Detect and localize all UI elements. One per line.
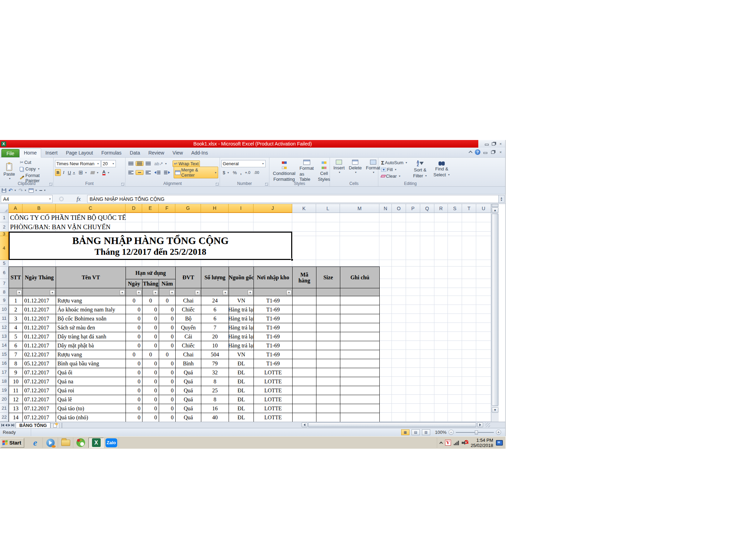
- insert-cells-button[interactable]: Insert▼: [331, 159, 347, 174]
- column-header-C[interactable]: C: [56, 204, 126, 213]
- header-ten-vt[interactable]: Tên VT: [56, 267, 126, 288]
- cell-thang[interactable]: 0: [142, 332, 159, 341]
- cell-ghi-chu[interactable]: [340, 314, 380, 323]
- undo-button[interactable]: ↶▼: [8, 187, 17, 194]
- copy-button[interactable]: Copy▼: [18, 166, 52, 172]
- cell-size[interactable]: [316, 386, 340, 395]
- cell-ma-hang[interactable]: [293, 359, 316, 368]
- cell-noi-nhap-kho[interactable]: LOTTE: [254, 395, 293, 404]
- header-thang[interactable]: Tháng: [142, 279, 159, 288]
- cell-so-luong[interactable]: 20: [201, 332, 229, 341]
- cell-size[interactable]: [316, 404, 340, 413]
- filter-dropdown-icon[interactable]: ▼: [169, 290, 175, 295]
- cell-dvt[interactable]: Quả: [176, 386, 201, 395]
- zoom-out-button[interactable]: −: [449, 430, 454, 435]
- font-color-button[interactable]: A▼: [101, 169, 111, 176]
- cell-dvt[interactable]: Chiếc: [176, 341, 201, 350]
- cell-dvt[interactable]: Quả: [176, 413, 201, 422]
- column-header-L[interactable]: L: [316, 204, 340, 213]
- row-header-18[interactable]: 18: [0, 377, 9, 386]
- autofilter-cell[interactable]: ▼: [159, 288, 176, 296]
- cell-thang[interactable]: 0: [142, 395, 159, 404]
- taskbar-explorer-button[interactable]: [58, 438, 73, 448]
- ribbon-tab-add-ins[interactable]: Add-Ins: [187, 149, 212, 157]
- font-name-combo[interactable]: Times New Roman▼: [55, 160, 101, 167]
- cell-so-luong[interactable]: 7: [201, 323, 229, 332]
- alignment-dialog-launcher[interactable]: [215, 183, 219, 186]
- autofilter-cell[interactable]: ▼: [23, 288, 56, 296]
- autofilter-cell[interactable]: ▼: [9, 288, 23, 296]
- cell-ma-hang[interactable]: [293, 377, 316, 386]
- cell-stt[interactable]: 6: [9, 341, 23, 350]
- qat-customize-button[interactable]: ▼: [39, 189, 46, 192]
- column-header-J[interactable]: J: [253, 204, 292, 213]
- ribbon-tab-data[interactable]: Data: [126, 149, 144, 157]
- cell-dvt[interactable]: Bình: [176, 359, 201, 368]
- zoom-slider[interactable]: [456, 432, 494, 433]
- header-ma-hang[interactable]: Mãhàng: [293, 267, 316, 288]
- cell-nam[interactable]: 0: [159, 386, 176, 395]
- cell-ghi-chu[interactable]: [340, 305, 380, 314]
- cell-so-luong[interactable]: 8: [201, 377, 229, 386]
- cell-name[interactable]: Quả táo (to): [56, 404, 126, 413]
- cell-size[interactable]: [316, 350, 340, 359]
- redo-button[interactable]: ↷▼: [19, 187, 27, 194]
- cell-dvt[interactable]: Quả: [176, 395, 201, 404]
- cell-dvt[interactable]: Quả: [176, 377, 201, 386]
- cell-thang[interactable]: 0: [142, 305, 159, 314]
- window-resize-grip[interactable]: [485, 422, 490, 427]
- clear-button[interactable]: Clear▼: [380, 173, 409, 179]
- cell-thang[interactable]: 0: [142, 341, 159, 350]
- autofilter-cell[interactable]: ▼: [176, 288, 201, 296]
- page-break-view-button[interactable]: ▥: [422, 429, 430, 435]
- cell-name[interactable]: Quả na: [56, 377, 126, 386]
- autofilter-cell[interactable]: [340, 288, 380, 296]
- formula-bar-expand-icon[interactable]: ▲▼: [498, 195, 505, 203]
- cell-ngay[interactable]: 0: [126, 350, 142, 359]
- cell-ngay[interactable]: 0: [126, 305, 142, 314]
- cell-size[interactable]: [316, 368, 340, 377]
- cell-stt[interactable]: 4: [9, 323, 23, 332]
- volume-muted-icon[interactable]: [462, 440, 468, 446]
- cell-nam[interactable]: 0: [159, 350, 176, 359]
- header-nam[interactable]: Năm: [159, 279, 176, 288]
- cell-nam[interactable]: 0: [159, 332, 176, 341]
- column-header-B[interactable]: B: [22, 204, 56, 213]
- cell-size[interactable]: [316, 314, 340, 323]
- cell-so-luong[interactable]: 10: [201, 341, 229, 350]
- clipboard-dialog-launcher[interactable]: [49, 183, 52, 186]
- name-box[interactable]: A4▼: [1, 195, 53, 203]
- cell-ghi-chu[interactable]: [340, 413, 380, 422]
- cell-ma-hang[interactable]: [293, 341, 316, 350]
- cell-so-luong[interactable]: 16: [201, 404, 229, 413]
- cell-name[interactable]: Quả ổi: [56, 368, 126, 377]
- cell-stt[interactable]: 10: [9, 377, 23, 386]
- cell-department[interactable]: PHÒNG/BAN: BAN VẬN CHUYỂN: [10, 223, 110, 231]
- column-header-K[interactable]: K: [292, 204, 316, 213]
- cell-so-luong[interactable]: 6: [201, 314, 229, 323]
- cell-nguon-goc[interactable]: ĐL: [229, 386, 254, 395]
- tray-clock[interactable]: 1:54 PM 25/02/2018: [471, 438, 493, 448]
- sheet-grid[interactable]: ABCDEFGHIJKLMNOPQRSTU 123456789101112131…: [0, 204, 505, 422]
- sheet-nav-buttons[interactable]: [0, 422, 16, 428]
- cell-date[interactable]: 01.12.2017: [23, 305, 56, 314]
- network-signal-icon[interactable]: [454, 440, 459, 445]
- cell-size[interactable]: [316, 395, 340, 404]
- row-header-8[interactable]: 8: [0, 288, 9, 296]
- cell-dvt[interactable]: Cái: [176, 332, 201, 341]
- autofilter-cell[interactable]: ▼: [254, 288, 293, 296]
- cell-nam[interactable]: 0: [159, 368, 176, 377]
- cell-nam[interactable]: 0: [159, 305, 176, 314]
- cell-thang[interactable]: 0: [142, 404, 159, 413]
- cell-size[interactable]: [316, 305, 340, 314]
- cell-ghi-chu[interactable]: [340, 296, 380, 305]
- vertical-scrollbar[interactable]: ▲ ▼: [491, 204, 499, 422]
- conditional-formatting-button[interactable]: ConditionalFormatting: [271, 159, 297, 183]
- filter-dropdown-icon[interactable]: ▼: [136, 290, 141, 295]
- cell-noi-nhap-kho[interactable]: T1-69: [254, 359, 293, 368]
- cell-name[interactable]: Áo khoác mỏng nam Italy: [56, 305, 126, 314]
- row-header-13[interactable]: 13: [0, 332, 9, 341]
- cell-nguon-goc[interactable]: Hàng trả lại: [229, 305, 254, 314]
- ribbon-tab-insert[interactable]: Insert: [41, 149, 62, 157]
- wrap-text-button[interactable]: ↵Wrap Text: [173, 160, 200, 167]
